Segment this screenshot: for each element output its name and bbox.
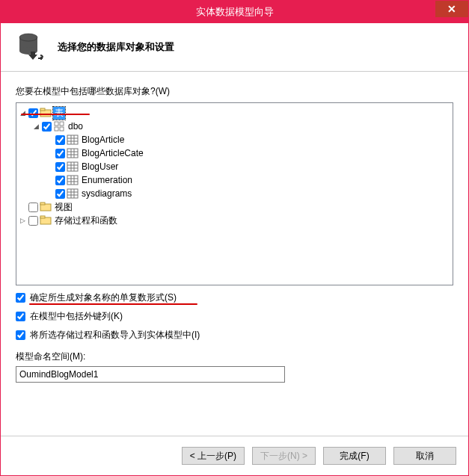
checkbox-include-fk[interactable] xyxy=(16,312,25,321)
tree-label-item: BlogArticleCate xyxy=(80,148,145,158)
checkbox-pluralize[interactable] xyxy=(16,293,25,303)
tree-node-procs[interactable]: ▷ 存储过程和函数 xyxy=(18,214,451,227)
schema-icon xyxy=(53,120,65,132)
titlebar: 实体数据模型向导 ✕ xyxy=(1,1,468,23)
prev-button[interactable]: < 上一步(P) xyxy=(182,447,245,465)
table-icon xyxy=(67,161,79,173)
tree-label-dbo: dbo xyxy=(67,121,85,132)
tree-node-dbo[interactable]: ◢ dbo xyxy=(31,120,451,133)
cancel-button[interactable]: 取消 xyxy=(393,447,456,465)
finish-button[interactable]: 完成(F) xyxy=(323,447,386,465)
prompt-label: 您要在模型中包括哪些数据库对象?(W) xyxy=(16,85,453,98)
table-icon xyxy=(67,174,79,186)
folder-icon xyxy=(40,201,52,213)
collapse-icon[interactable]: ◢ xyxy=(31,122,40,131)
option-import-procs: 将所选存储过程和函数导入到实体模型中(I) xyxy=(16,329,453,341)
svg-rect-8 xyxy=(55,127,58,131)
tree-label-tables: 表 xyxy=(53,107,65,120)
collapse-icon[interactable]: ◢ xyxy=(18,108,27,117)
svg-rect-38 xyxy=(40,216,45,218)
checkbox-item[interactable] xyxy=(55,176,65,185)
expand-icon[interactable]: ▷ xyxy=(18,216,27,225)
tree-label-procs: 存储过程和函数 xyxy=(53,214,119,227)
checkbox-views[interactable] xyxy=(28,203,38,212)
svg-rect-7 xyxy=(60,122,64,126)
option-include-fk: 在模型中包括外键列(K) xyxy=(16,310,453,323)
svg-rect-15 xyxy=(67,149,78,158)
svg-rect-5 xyxy=(40,108,45,111)
svg-rect-9 xyxy=(60,127,64,131)
content-area: 您要在模型中包括哪些数据库对象?(W) ◢ 表 xyxy=(1,72,468,436)
tree-node-table[interactable]: BlogUser xyxy=(45,160,451,173)
svg-rect-25 xyxy=(67,176,78,185)
table-icon xyxy=(67,134,79,146)
checkbox-dbo[interactable] xyxy=(42,122,52,132)
tree-node-table[interactable]: BlogArticleCate xyxy=(45,146,451,160)
checkbox-procs[interactable] xyxy=(28,216,38,226)
svg-rect-10 xyxy=(67,135,78,144)
svg-rect-36 xyxy=(40,203,45,205)
svg-rect-30 xyxy=(67,189,78,198)
checkbox-tables[interactable] xyxy=(28,108,38,118)
table-icon xyxy=(67,147,79,159)
table-icon xyxy=(67,188,79,200)
checkbox-item[interactable] xyxy=(55,189,65,199)
label-pluralize: 确定所生成对象名称的单复数形式(S) xyxy=(30,291,177,304)
option-pluralize: 确定所生成对象名称的单复数形式(S) xyxy=(16,291,453,304)
tree-node-table[interactable]: BlogArticle xyxy=(45,133,451,146)
tree-node-views[interactable]: 视图 xyxy=(18,200,451,214)
tree-node-table[interactable]: sysdiagrams xyxy=(45,187,451,200)
tree-label-item: sysdiagrams xyxy=(80,188,133,199)
tree-label-item: BlogArticle xyxy=(80,135,126,145)
checkbox-item[interactable] xyxy=(55,162,65,172)
checkbox-item[interactable] xyxy=(55,149,65,158)
svg-rect-6 xyxy=(55,122,58,126)
checkbox-item[interactable] xyxy=(55,135,65,145)
annotation-underline xyxy=(21,114,90,115)
namespace-input[interactable] xyxy=(16,366,285,383)
close-button[interactable]: ✕ xyxy=(435,1,468,17)
footer: < 上一步(P) 下一步(N) > 完成(F) 取消 xyxy=(1,436,468,475)
label-import-procs: 将所选存储过程和函数导入到实体模型中(I) xyxy=(30,329,200,341)
annotation-underline xyxy=(29,303,197,305)
tree-node-table[interactable]: Enumeration xyxy=(45,173,451,187)
label-include-fk: 在模型中包括外键列(K) xyxy=(30,310,123,323)
database-icon xyxy=(17,32,44,62)
namespace-label: 模型命名空间(M): xyxy=(16,350,453,363)
tree-label-item: Enumeration xyxy=(80,175,134,185)
tree-label-views: 视图 xyxy=(53,201,74,214)
close-icon: ✕ xyxy=(447,3,456,15)
header-strip: 选择您的数据库对象和设置 xyxy=(1,23,468,72)
checkbox-import-procs[interactable] xyxy=(16,330,25,340)
next-button: 下一步(N) > xyxy=(252,447,316,465)
folder-icon xyxy=(40,107,52,119)
tree-node-tables[interactable]: ◢ 表 xyxy=(18,106,451,120)
tree-view[interactable]: ◢ 表 ◢ xyxy=(16,102,453,285)
window-title: 实体数据模型向导 xyxy=(196,5,274,19)
wizard-window: 实体数据模型向导 ✕ 选择您的数据库对象和设置 您要在模型中包括哪些数据库对象?… xyxy=(0,0,469,476)
header-subtitle: 选择您的数据库对象和设置 xyxy=(58,40,174,54)
svg-rect-20 xyxy=(67,162,78,171)
folder-icon xyxy=(40,214,52,226)
tree-label-item: BlogUser xyxy=(80,161,120,172)
